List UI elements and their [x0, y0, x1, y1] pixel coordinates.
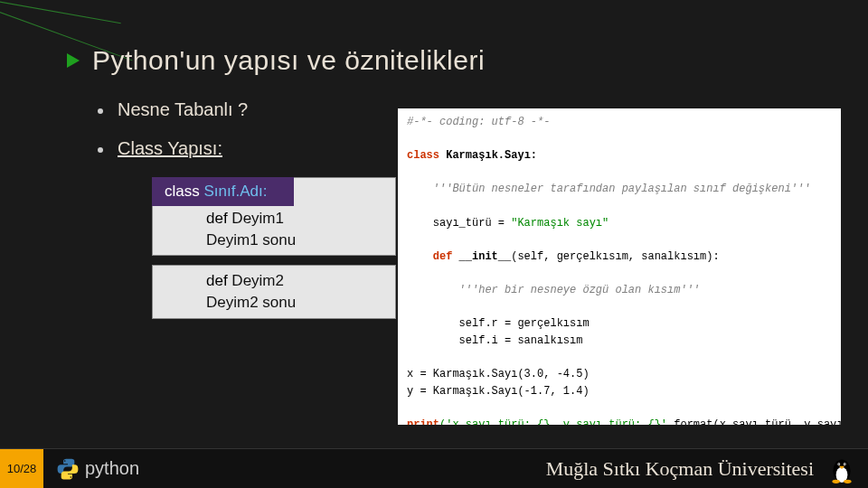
def-keyword: def [206, 210, 231, 227]
python-logo: python [56, 457, 139, 481]
structure-blocks: class Sınıf.Adı: def Deyim1 Deyim1 sonu … [152, 177, 396, 319]
class-name: Sınıf.Adı: [203, 183, 267, 200]
class-header: class Sınıf.Adı: [152, 177, 294, 206]
def-name: Deyim2 [231, 272, 284, 289]
svg-point-5 [844, 464, 845, 465]
title-row: Python'un yapısı ve öznitelikleri [72, 45, 814, 76]
code-line: y = Karmaşık.Sayı(-1.7, 1.4) [407, 385, 590, 398]
code-docstring: '''her bir nesneye özgü olan kısım''' [407, 284, 700, 296]
def-keyword: def [206, 272, 231, 289]
code-dunder: __init__ [459, 250, 512, 263]
code-docstring: '''Bütün nesneler tarafından paylaşılan … [407, 183, 810, 195]
svg-point-4 [838, 464, 839, 465]
svg-point-7 [844, 479, 852, 483]
code-line: #-*- coding: utf-8 -*- [407, 116, 550, 128]
def-end: Deyim2 sonu [206, 294, 296, 311]
def-name: Deyim1 [231, 210, 284, 227]
code-classname: Karmaşık.Sayı: [439, 149, 537, 162]
code-example: #-*- coding: utf-8 -*- class Karmaşık.Sa… [398, 108, 841, 425]
university-name: Muğla Sıtkı Koçman Üniversitesi [546, 457, 826, 481]
code-keyword: def [407, 250, 459, 263]
code-line: self.r = gerçelkısım [407, 317, 590, 330]
slide-title: Python'un yapısı ve öznitelikleri [92, 45, 485, 76]
class-keyword: class [165, 183, 203, 200]
code-string: "Karmaşık sayı" [511, 217, 609, 230]
footer-bar: 10/28 python Muğla Sıtkı Koçman Üniversi… [0, 448, 868, 488]
def-body: def Deyim2 Deyim2 sonu [152, 265, 396, 319]
code-line: self.i = sanalkısım [407, 334, 582, 347]
bullet-text: Nesne Tabanlı ? [118, 99, 248, 120]
code-line: .format(x.sayı_türü, y.sayı_türü)) [667, 418, 841, 425]
svg-point-6 [832, 479, 840, 483]
code-keyword: class [407, 149, 439, 162]
code-params: (self, gerçelkısım, sanalkısım): [511, 250, 719, 263]
tux-icon [826, 454, 857, 484]
class-block: class Sınıf.Adı: def Deyim1 Deyim1 sonu [152, 177, 396, 256]
bullet-dot-icon [98, 147, 103, 153]
def-end: Deyim1 sonu [206, 231, 296, 249]
arrow-right-icon [67, 53, 80, 68]
page-number: 10/28 [0, 449, 43, 488]
code-keyword: print [407, 418, 439, 425]
class-body: def Deyim1 Deyim1 sonu [152, 206, 396, 257]
python-icon [56, 457, 80, 481]
bullet-text: Class Yapısı: [118, 138, 222, 159]
python-logo-text: python [85, 458, 139, 479]
code-string: ('x sayı türü: {}, y sayı türü: {}' [439, 418, 667, 425]
code-line: sayı_türü = [407, 217, 511, 230]
bullet-dot-icon [98, 108, 103, 114]
code-line: x = Karmaşık.Sayı(3.0, -4.5) [407, 368, 590, 380]
def-block: def Deyim2 Deyim2 sonu [152, 265, 396, 319]
